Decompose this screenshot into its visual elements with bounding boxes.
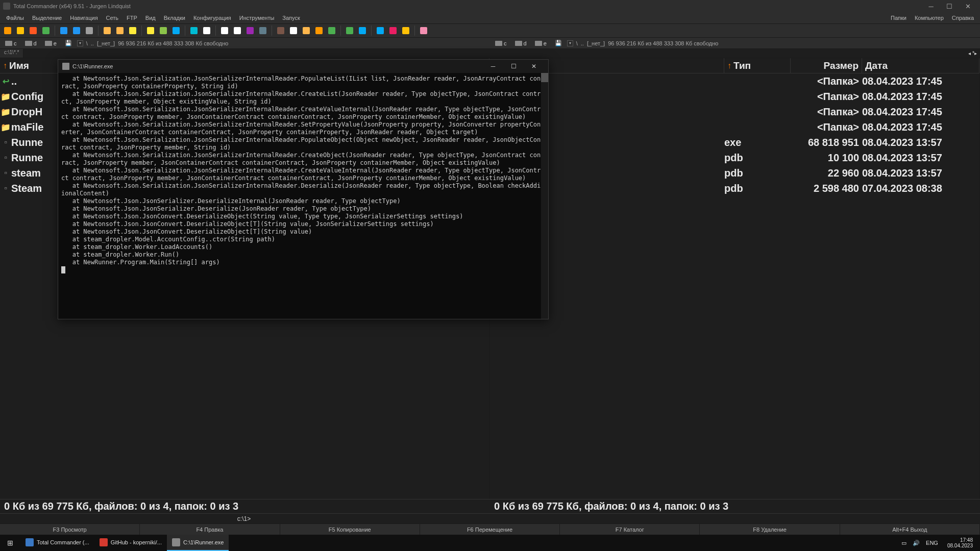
taskbar-app[interactable]: Total Commander (... <box>20 535 94 551</box>
fkey[interactable]: F6 Перемещение <box>420 524 560 535</box>
taskbar-app[interactable]: GitHub - koperniki/... <box>94 535 167 551</box>
scrollbar-thumb[interactable] <box>541 73 548 82</box>
ie-icon[interactable] <box>170 25 182 36</box>
console-close-button[interactable]: ✕ <box>524 60 544 73</box>
menu-Запуск[interactable]: Запуск <box>278 14 304 22</box>
console-titlebar: C:\1\Runner.exe ─ ☐ ✕ <box>58 60 548 73</box>
col-date[interactable]: Дата <box>862 58 979 73</box>
layers-icon[interactable] <box>313 25 325 36</box>
tray-clock[interactable]: 17:48 08.04.2023 <box>944 537 976 548</box>
tray-volume-icon[interactable]: 🔊 <box>913 540 920 546</box>
drive-c[interactable]: c <box>492 40 510 47</box>
taskbar-app[interactable]: C:\1\Runner.exe <box>167 535 229 551</box>
fkey[interactable]: F4 Правка <box>140 524 280 535</box>
start-button[interactable]: ⊞ <box>0 535 20 551</box>
green1-icon[interactable] <box>326 25 337 36</box>
file-row[interactable]: ↩<Папка>08.04.2023 17:45 <box>490 73 979 89</box>
tab-left[interactable]: c:\1\*.* <box>0 49 23 58</box>
drive-root-icon[interactable]: 💾 <box>555 40 562 46</box>
menu-Компьютер[interactable]: Компьютер <box>911 14 948 22</box>
win1-icon[interactable] <box>357 25 368 36</box>
drive-dropdown[interactable]: ▾ <box>567 40 573 46</box>
box-icon[interactable] <box>275 25 286 36</box>
menu-FTP[interactable]: FTP <box>122 14 141 22</box>
file-row[interactable]: ▫exe68 818 95108.04.2023 13:57 <box>490 135 979 150</box>
folder-icon[interactable] <box>301 25 312 36</box>
menu-Справка[interactable]: Справка <box>948 14 978 22</box>
search-icon[interactable] <box>84 25 95 36</box>
drive-d[interactable]: d <box>512 40 530 47</box>
drive-dropdown[interactable]: ▾ <box>77 40 83 46</box>
tray-lang[interactable]: ENG <box>926 540 938 546</box>
cmd-input[interactable] <box>253 515 743 522</box>
doc1-icon[interactable] <box>201 25 212 36</box>
menu-Вкладки[interactable]: Вкладки <box>160 14 189 22</box>
doc2-icon[interactable] <box>219 25 230 36</box>
drive-e[interactable]: e <box>532 40 550 47</box>
file-row[interactable]: ▫it2pdb2 598 48007.04.2023 08:38 <box>490 181 979 196</box>
file-row[interactable]: 📁<Папка>08.04.2023 17:45 <box>490 119 979 135</box>
console-body[interactable]: at Newtonsoft.Json.Serialization.JsonSer… <box>58 73 548 319</box>
minimize-button[interactable]: ─ <box>922 0 940 12</box>
refresh-icon[interactable] <box>40 25 52 36</box>
console-maximize-button[interactable]: ☐ <box>503 60 524 73</box>
run-icon[interactable] <box>158 25 169 36</box>
drive-d[interactable]: d <box>22 40 40 47</box>
page-icon[interactable] <box>288 25 299 36</box>
file-row[interactable]: 📁story<Папка>08.04.2023 17:45 <box>490 104 979 119</box>
console-title: C:\1\Runner.exe <box>72 63 113 69</box>
col-type[interactable]: ↑Тип <box>724 58 791 73</box>
star1-icon[interactable] <box>127 25 138 36</box>
custom-icon[interactable] <box>387 25 399 36</box>
right-filelist[interactable]: ↩<Папка>08.04.2023 17:45📁<Папка>08.04.20… <box>490 73 979 499</box>
fkey[interactable]: Alt+F4 Выход <box>840 524 980 535</box>
console-window: C:\1\Runner.exe ─ ☐ ✕ at Newtonsoft.Json… <box>58 59 549 319</box>
green2-icon[interactable] <box>344 25 355 36</box>
folder-icon: 📁 <box>0 122 11 132</box>
maximize-button[interactable]: ☐ <box>940 0 959 12</box>
toolbar <box>0 23 980 38</box>
fkey[interactable]: F5 Копирование <box>280 524 420 535</box>
file-row[interactable]: ▫lroplerpdb22 96008.04.2023 13:57 <box>490 165 979 181</box>
file-row[interactable]: ▫pdb10 10008.04.2023 13:57 <box>490 150 979 165</box>
fkey[interactable]: F8 Удаление <box>700 524 840 535</box>
file-row[interactable]: 📁<Папка>08.04.2023 17:45 <box>490 89 979 104</box>
move-icon[interactable] <box>114 25 126 36</box>
col-size[interactable]: Размер <box>791 58 862 73</box>
function-keys: F3 ПросмотрF4 ПравкаF5 КопированиеF6 Пер… <box>0 523 980 535</box>
edge-icon[interactable] <box>188 25 200 36</box>
menu-Выделение[interactable]: Выделение <box>28 14 66 22</box>
disk-icon[interactable] <box>257 25 268 36</box>
back-icon[interactable] <box>58 25 69 36</box>
tray-indicator-icon[interactable]: ▭ <box>901 540 906 546</box>
menu-Сеть[interactable]: Сеть <box>102 14 122 22</box>
grid-icon[interactable] <box>244 25 256 36</box>
star2-icon[interactable] <box>145 25 156 36</box>
tab-controls[interactable]: ◂ *▸ <box>965 49 980 58</box>
sun1-icon[interactable] <box>2 25 13 36</box>
drive-c[interactable]: c <box>2 40 20 47</box>
menu-Вид[interactable]: Вид <box>141 14 160 22</box>
menu-Конфигурация[interactable]: Конфигурация <box>189 14 235 22</box>
hand-icon[interactable] <box>400 25 411 36</box>
copy-icon[interactable] <box>102 25 113 36</box>
folder-icon: 📁 <box>0 107 11 117</box>
fkey[interactable]: F7 Каталог <box>560 524 700 535</box>
drive-root-icon[interactable]: 💾 <box>65 40 72 46</box>
console-scrollbar[interactable] <box>541 73 548 319</box>
menu-Папки[interactable]: Папки <box>887 14 911 22</box>
win2-icon[interactable] <box>375 25 386 36</box>
sun3-icon[interactable] <box>28 25 39 36</box>
menu-Инструменты[interactable]: Инструменты <box>235 14 279 22</box>
sun2-icon[interactable] <box>15 25 26 36</box>
drive-e[interactable]: e <box>42 40 60 47</box>
close-button[interactable]: ✕ <box>959 0 977 12</box>
menu-Файлы[interactable]: Файлы <box>2 14 28 22</box>
forward-icon[interactable] <box>71 25 82 36</box>
fkey[interactable]: F3 Просмотр <box>0 524 140 535</box>
doc3-icon[interactable] <box>232 25 243 36</box>
pencil-icon[interactable] <box>418 25 429 36</box>
menu-Навигация[interactable]: Навигация <box>66 14 102 22</box>
file-icon: ▫ <box>0 184 11 193</box>
console-minimize-button[interactable]: ─ <box>483 60 503 73</box>
